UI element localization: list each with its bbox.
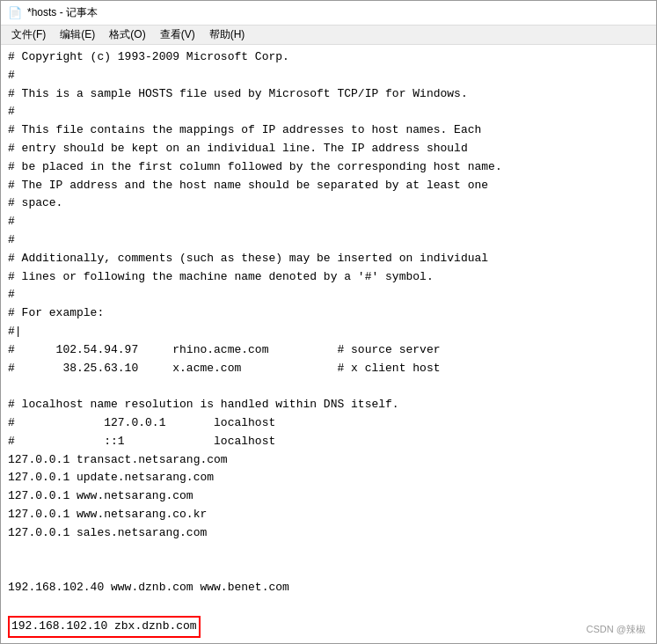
highlighted-line: 192.168.102.10 zbx.dznb.com: [8, 616, 201, 638]
app-icon: 📄: [8, 6, 22, 20]
menu-file[interactable]: 文件(F): [4, 26, 53, 44]
editor-area[interactable]: # Copyright (c) 1993-2009 Microsoft Corp…: [1, 45, 656, 643]
window-title: *hosts - 记事本: [27, 5, 98, 20]
menu-format[interactable]: 格式(O): [102, 26, 152, 44]
watermark: CSDN @辣椒: [587, 623, 646, 636]
menu-edit[interactable]: 编辑(E): [53, 26, 102, 44]
menu-bar: 文件(F) 编辑(E) 格式(O) 查看(V) 帮助(H): [1, 26, 656, 45]
menu-view[interactable]: 查看(V): [153, 26, 202, 44]
notepad-window: 📄 *hosts - 记事本 文件(F) 编辑(E) 格式(O) 查看(V) 帮…: [0, 0, 657, 644]
editor-content: # Copyright (c) 1993-2009 Microsoft Corp…: [8, 48, 649, 638]
title-bar: 📄 *hosts - 记事本: [1, 1, 656, 26]
menu-help[interactable]: 帮助(H): [202, 26, 252, 44]
